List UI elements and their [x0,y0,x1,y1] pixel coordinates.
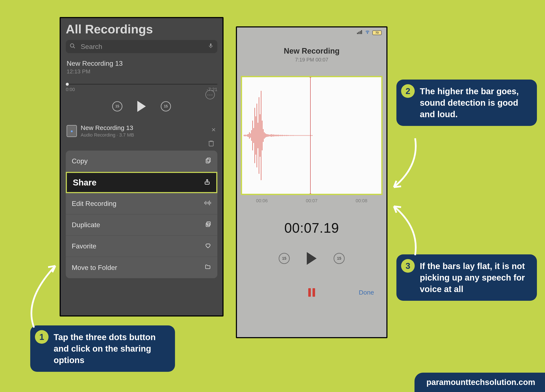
waveform-bar [303,135,304,136]
recording-title: New Recording [237,47,386,55]
menu-favorite-label: Favorite [72,242,96,250]
waveform-bar [246,135,247,136]
menu-duplicate-label: Duplicate [72,221,100,229]
svg-rect-2 [210,43,212,46]
waveform-bar [280,135,281,136]
waveform-bar [263,129,264,142]
menu-share-label: Share [73,178,96,187]
menu-copy[interactable]: Copy [66,151,217,172]
waveform-bar [295,135,296,136]
waveform-bar [291,135,291,136]
mic-icon[interactable] [208,42,214,51]
tick-c: 00:08 [356,198,367,204]
footer-credit: paramounttechsolution.com [415,373,545,392]
waveform-bar [279,135,279,136]
waveform-bar [252,121,253,150]
file-name: New Recording 13 [81,124,134,132]
waveform-bar [284,135,285,136]
waveform-bar [301,135,302,136]
waveform-bar [257,104,257,167]
recording-time: 12:13 PM [67,68,217,75]
waveform-bar [312,135,313,136]
waveform-bar [307,135,307,136]
signal-icon [357,30,363,35]
svg-point-22 [367,33,368,34]
file-preview: ● New Recording 13 Audio Recording · 3.7… [66,124,217,138]
waveform-bar [308,135,308,136]
play-button[interactable] [307,252,316,265]
waveform-bar [259,97,259,174]
waveform-bar [310,135,310,136]
menu-share[interactable]: Share [66,172,217,193]
svg-rect-4 [209,142,213,146]
waveform-bar [304,135,305,136]
menu-move[interactable]: Move to Folder [66,257,217,278]
search-input[interactable]: Search [66,40,217,53]
waveform-bar [266,134,267,137]
svg-rect-5 [207,158,210,162]
trash-icon[interactable] [208,139,215,149]
share-icon [204,178,210,187]
menu-edit[interactable]: Edit Recording [66,193,217,214]
copy-icon [205,157,211,165]
menu-copy-label: Copy [72,157,88,165]
waveform-bar [273,134,274,137]
callout-2-number: 2 [401,84,415,98]
waveform-icon [204,200,211,207]
context-menu: Copy Share Edit Recording Duplicate Favo… [66,151,217,278]
skip-back-button[interactable]: 15 [112,101,122,111]
menu-favorite[interactable]: Favorite [66,236,217,257]
file-meta: Audio Recording · 3.7 MB [81,132,134,138]
waveform-bar [249,132,250,139]
battery-indicator: 73 [372,30,382,35]
menu-move-label: Move to Folder [72,264,117,271]
done-button[interactable]: Done [359,289,374,296]
more-icon[interactable]: ⋯ [205,90,215,99]
waveform-bar [282,135,283,136]
recording-name: New Recording 13 [67,60,217,67]
waveform-bar [300,135,301,136]
waveform-bar [283,135,284,136]
waveform-bar [267,134,268,137]
callout-1-text: Tap the three dots button and click on t… [54,331,167,366]
playback-controls: 15 15 [66,101,217,112]
waveform-bar [311,135,311,136]
skip-forward-button[interactable]: 15 [334,253,345,264]
waveform-bar [255,116,256,155]
svg-rect-18 [357,33,358,34]
skip-back-button[interactable]: 15 [279,253,290,264]
waveform-bar [272,135,273,136]
pause-button[interactable] [308,288,315,297]
waveform-bar [278,135,279,136]
all-recordings-title: All Recordings [66,22,217,36]
waveform-bar [298,135,299,136]
waveform-bar [294,135,294,136]
scrubber-slider[interactable] [66,84,217,85]
recording-item[interactable]: New Recording 13 12:13 PM [66,60,217,75]
scrubber-times: 0:00 -7:21 [66,87,217,92]
waveform-bar [244,135,244,136]
waveform-bar [277,135,277,136]
callout-2: 2 The higher the bar goes, sound detecti… [396,79,537,126]
waveform-bar [248,134,249,137]
scrub-start: 0:00 [66,87,75,92]
close-icon[interactable]: × [211,126,216,134]
svg-point-0 [70,44,74,47]
waveform-bar [261,91,261,180]
tick-a: 00:06 [256,198,268,204]
waveform-bar [288,135,289,136]
menu-duplicate[interactable]: Duplicate [66,214,217,236]
menu-edit-label: Edit Recording [72,200,117,208]
waveform-bar [254,108,255,163]
waveform-bar [292,135,292,136]
callout-3: 3 If the bars lay flat, it is not pickin… [396,254,537,301]
callout-3-number: 3 [401,259,415,273]
waveform-bar [245,135,245,136]
waveform-bar [309,135,309,136]
search-icon [70,43,76,51]
recorder-bottom-bar: Done [237,288,386,297]
waveform-bar [270,134,271,137]
play-button[interactable] [137,101,146,112]
arrow-3 [390,202,419,257]
skip-forward-button[interactable]: 15 [161,101,171,111]
